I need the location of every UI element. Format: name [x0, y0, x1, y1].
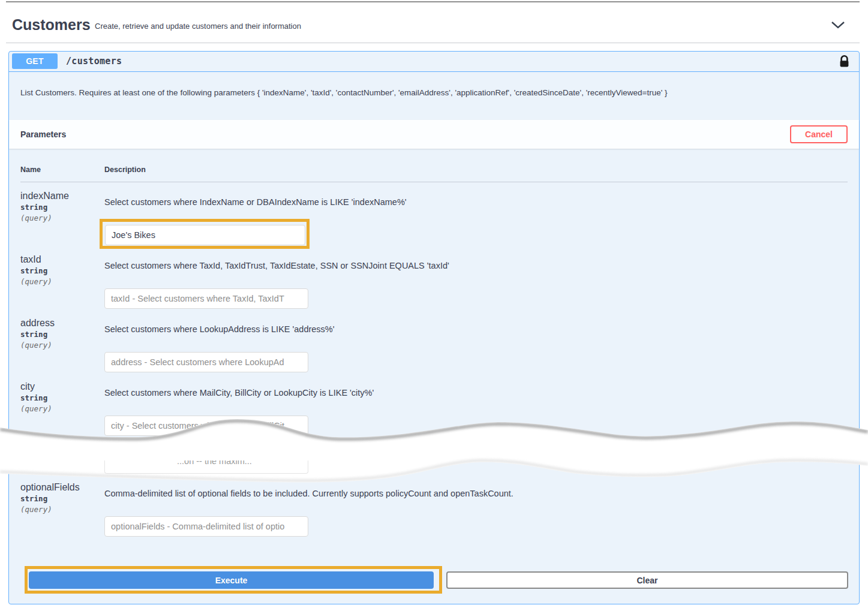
param-type: string	[20, 266, 47, 275]
tag-divider	[6, 43, 860, 43]
torn-input-fragment: ...on -- the maxim...	[104, 460, 308, 474]
endpoint-path: /customers	[66, 56, 122, 67]
param-location: (query)	[20, 277, 52, 286]
param-name: address	[20, 318, 55, 329]
top-divider	[6, 1, 860, 2]
param-type: string	[20, 393, 47, 402]
param-name: indexName	[20, 191, 69, 201]
param-location: (query)	[20, 341, 52, 350]
method-badge: GET	[12, 53, 58, 69]
param-name: taxId	[20, 254, 41, 265]
tag-subtitle: Create, retrieve and update customers an…	[95, 22, 301, 31]
param-name: city	[20, 381, 35, 392]
param-description: Comma-delimited list of optional fields …	[104, 489, 513, 498]
param-location: (query)	[20, 404, 52, 413]
execute-button[interactable]: Execute	[29, 571, 434, 589]
tag-title: Customers	[12, 16, 91, 34]
lock-icon[interactable]	[839, 55, 849, 70]
indexName-input[interactable]	[105, 225, 305, 245]
cancel-button[interactable]: Cancel	[790, 125, 848, 143]
param-type: string	[20, 494, 47, 503]
param-name: optionalFields	[20, 482, 80, 493]
table-header-rule	[20, 182, 848, 182]
torn-fragment-text: ...on -- the maxim...	[177, 460, 252, 466]
column-header-name: Name	[20, 165, 41, 174]
operation-description: List Customers. Requires at least one of…	[20, 88, 836, 98]
param-description: Select customers where MailCity, BillCit…	[104, 388, 374, 398]
taxId-input[interactable]	[104, 288, 308, 309]
param-location: (query)	[20, 213, 52, 222]
column-header-description: Description	[104, 165, 146, 174]
param-location: (query)	[20, 505, 52, 514]
param-description: Select customers where LookupAddress is …	[104, 324, 335, 334]
opblock-summary[interactable]: GET /customers	[9, 52, 859, 72]
param-description: Select customers where IndexName or DBAI…	[104, 197, 407, 207]
clear-button[interactable]: Clear	[446, 571, 848, 589]
parameters-title: Parameters	[20, 130, 66, 139]
opblock-get-customers: GET /customers List Customers. Requires …	[8, 51, 860, 604]
optionalFields-input[interactable]	[104, 516, 308, 537]
parameters-section-header: Parameters Cancel	[9, 120, 859, 149]
param-type: string	[20, 330, 47, 339]
city-input[interactable]	[104, 416, 308, 436]
chevron-down-icon[interactable]	[831, 21, 845, 32]
param-description: Select customers where TaxId, TaxIdTrust…	[104, 261, 449, 270]
address-input[interactable]	[104, 352, 308, 372]
param-type: string	[20, 203, 47, 212]
